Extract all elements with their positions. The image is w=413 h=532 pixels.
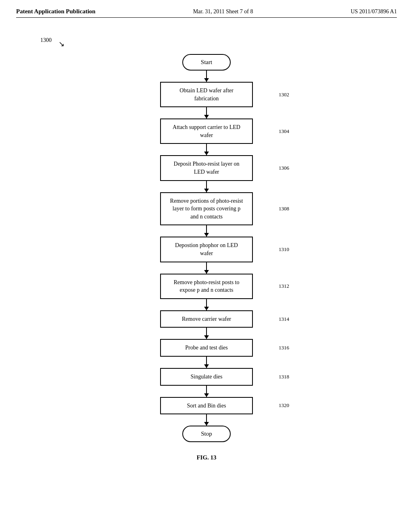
label-1304: 1304 [279, 128, 289, 135]
rect-1312: Remove photo-resist posts to expose p an… [160, 274, 253, 299]
arrow-7 [206, 328, 207, 339]
label-1318: 1318 [279, 374, 289, 380]
node-row-1308: Remove portions of photo-resist layer to… [160, 192, 253, 226]
node-row-1310: Depostion phophor on LED wafer 1310 [160, 237, 253, 262]
node-row-1306: Deposit Photo-resist layer on LED wafer … [160, 155, 253, 181]
figure-number-label: 1300 [40, 37, 52, 44]
page-header: Patent Application Publication Mar. 31, … [16, 8, 397, 18]
node-row-1318: Singulate dies 1318 [160, 368, 253, 386]
flowchart: Start Obtain LED wafer after fabrication… [160, 54, 253, 442]
rect-1318: Singulate dies [160, 368, 253, 386]
stop-oval: Stop [182, 426, 231, 442]
start-oval: Start [182, 54, 231, 71]
page: Patent Application Publication Mar. 31, … [0, 0, 413, 532]
node-row-1302: Obtain LED wafer after fabrication 1302 [160, 82, 253, 107]
arrow-8 [206, 357, 207, 368]
node-row-1304: Attach support carrier to LED wafer 1304 [160, 118, 253, 144]
rect-1302: Obtain LED wafer after fabrication [160, 82, 253, 107]
rect-1310: Depostion phophor on LED wafer [160, 237, 253, 262]
node-row-1312: Remove photo-resist posts to expose p an… [160, 274, 253, 299]
node-row-1314: Remove carrier wafer 1314 [160, 310, 253, 328]
rect-1306: Deposit Photo-resist layer on LED wafer [160, 155, 253, 181]
rect-1316: Probe and test dies [160, 339, 253, 357]
arrow-6 [206, 299, 207, 310]
arrow-3 [206, 181, 207, 192]
label-1310: 1310 [279, 246, 289, 253]
label-1302: 1302 [279, 91, 289, 98]
rect-1314: Remove carrier wafer [160, 310, 253, 328]
label-1320: 1320 [279, 402, 289, 409]
arrow-9 [206, 386, 207, 397]
node-row-1316: Probe and test dies 1316 [160, 339, 253, 357]
arrow-0 [206, 71, 207, 82]
publication-title: Patent Application Publication [16, 8, 96, 15]
arrow-2 [206, 144, 207, 155]
figure-caption: FIG. 13 [196, 454, 216, 461]
rect-1304: Attach support carrier to LED wafer [160, 118, 253, 144]
rect-1320: Sort and Bin dies [160, 397, 253, 415]
publication-number: US 2011/073896 A1 [350, 8, 397, 15]
arrow-4 [206, 225, 207, 237]
node-row-1320: Sort and Bin dies 1320 [160, 397, 253, 415]
arrow-5 [206, 262, 207, 274]
stop-node: Stop [182, 426, 231, 442]
label-1312: 1312 [279, 283, 289, 289]
label-1306: 1306 [279, 165, 289, 171]
figure-number-container: 1300 ↘ [16, 34, 397, 50]
arrow-1 [206, 107, 207, 118]
start-node: Start [182, 54, 231, 71]
publication-date-sheet: Mar. 31, 2011 Sheet 7 of 8 [193, 8, 253, 15]
diagram-area: 1300 ↘ Start Obtain LED wafer after fabr… [16, 30, 397, 461]
label-1314: 1314 [279, 316, 289, 322]
rect-1308: Remove portions of photo-resist layer to… [160, 192, 253, 226]
label-1316: 1316 [279, 345, 289, 351]
label-1308: 1308 [279, 206, 289, 212]
figure-pointer-arrow: ↘ [58, 39, 65, 48]
arrow-10 [206, 414, 207, 426]
